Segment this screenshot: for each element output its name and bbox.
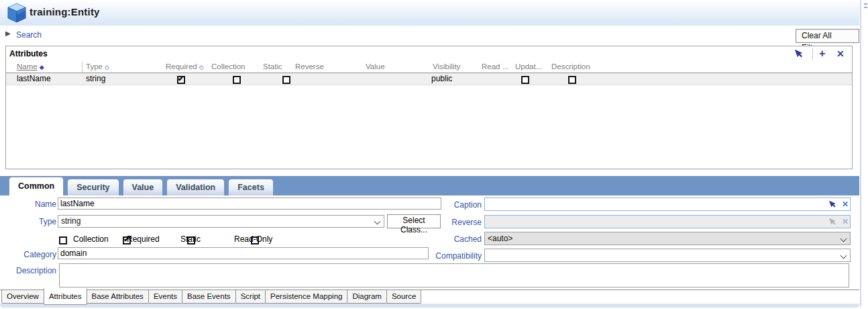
column-header-reverse[interactable]: Reverse <box>295 62 324 73</box>
row-visibility-cell: public <box>431 74 452 83</box>
row-type-cell: string <box>86 74 105 83</box>
category-label: Category <box>3 250 56 259</box>
detail-tab-bar: CommonSecurityValueValidationFacets <box>0 176 859 195</box>
row-required-checkbox[interactable] <box>177 76 185 84</box>
chevron-down-icon <box>840 253 847 259</box>
type-select[interactable]: string <box>58 215 384 228</box>
clear-all-filters-button[interactable]: Clear All Filters <box>796 29 859 43</box>
delete-attribute-icon[interactable]: ✕ <box>836 47 845 60</box>
chevron-down-icon <box>840 236 847 242</box>
tab-script[interactable]: Script <box>235 290 266 304</box>
column-header-read-only[interactable]: Read ... <box>482 62 508 73</box>
column-header-visibility[interactable]: Visibility <box>433 62 460 73</box>
add-attribute-icon[interactable]: + <box>819 47 825 60</box>
cached-label: Cached <box>408 234 482 244</box>
compatibility-label: Compatibility <box>408 251 482 261</box>
column-header-name[interactable]: Name◆ <box>17 62 44 73</box>
entity-editor-window: training:Entity ▶ Search Clear All Filte… <box>0 0 868 309</box>
compatibility-select[interactable] <box>484 249 851 262</box>
column-header-description[interactable]: Description <box>551 62 590 73</box>
tab-facets[interactable]: Facets <box>228 179 274 195</box>
tab-persistence-mapping[interactable]: Persistence Mapping <box>265 290 347 304</box>
select-mode-icon[interactable] <box>795 48 805 59</box>
column-header-static[interactable]: Static <box>263 62 282 73</box>
tab-base-attributes[interactable]: Base Attributes <box>87 290 149 304</box>
row-static-checkbox[interactable] <box>282 76 290 84</box>
collection-checkbox-label: Collection <box>73 234 109 244</box>
page-title: training:Entity <box>30 6 100 17</box>
reverse-picker-field: ✕ <box>484 215 851 228</box>
caption-clear-icon[interactable]: ✕ <box>842 199 849 210</box>
row-name-cell: lastName <box>17 74 51 83</box>
tab-base-events[interactable]: Base Events <box>182 290 236 304</box>
search-toggle[interactable]: Search <box>16 30 42 40</box>
row-read-only-checkbox[interactable] <box>521 76 529 84</box>
tab-attributes[interactable]: Attributes <box>44 288 87 305</box>
required-checkbox-label: Required <box>127 234 160 244</box>
reverse-label: Reverse <box>408 218 482 227</box>
caption-picker-field[interactable]: ✕ <box>484 197 851 211</box>
type-select-value: string <box>61 216 80 226</box>
static-checkbox-label: Static <box>180 234 201 244</box>
tab-diagram[interactable]: Diagram <box>347 290 386 304</box>
column-header-required[interactable]: Required◇ <box>166 62 204 73</box>
tab-common[interactable]: Common <box>9 177 64 195</box>
category-input[interactable] <box>58 247 429 259</box>
tab-security[interactable]: Security <box>67 179 119 195</box>
tab-source[interactable]: Source <box>386 290 421 304</box>
tab-overview[interactable]: Overview <box>1 290 44 304</box>
caption-label: Caption <box>408 200 482 210</box>
window-edge <box>860 0 861 307</box>
bottom-strip <box>0 304 859 308</box>
gutter-glyph <box>864 3 867 10</box>
attributes-panel: Attributes + ✕ Name◆ Type◇ Required◇ Col… <box>5 46 853 169</box>
tab-events[interactable]: Events <box>148 290 182 304</box>
title-bar: training:Entity <box>0 0 859 26</box>
name-label: Name <box>3 200 56 209</box>
sortable-icon: ◇ <box>105 64 109 71</box>
row-collection-checkbox[interactable] <box>233 76 241 84</box>
cached-select-value: <auto> <box>488 234 512 243</box>
column-header-updatable[interactable]: Updat... <box>515 62 542 73</box>
reverse-select-icon <box>829 217 838 226</box>
cached-select[interactable]: <auto> <box>484 232 851 245</box>
sort-asc-icon: ◆ <box>40 64 44 71</box>
description-label: Description <box>3 266 56 275</box>
attribute-row[interactable]: lastName string public <box>6 73 852 85</box>
column-separator <box>82 62 83 73</box>
search-row: ▶ Search Clear All Filters <box>0 26 859 44</box>
chevron-down-icon <box>374 218 381 225</box>
reverse-clear-icon: ✕ <box>842 216 849 227</box>
tab-value[interactable]: Value <box>123 179 164 195</box>
common-tab-panel: Name Type string Select Class... Collect… <box>0 195 859 290</box>
type-label: Type <box>3 217 56 226</box>
toolbar-separator <box>812 48 813 60</box>
column-header-value[interactable]: Value <box>366 62 385 73</box>
column-header-type[interactable]: Type◇ <box>86 62 109 73</box>
read-only-checkbox-label: Read-Only <box>234 234 272 244</box>
description-textarea[interactable] <box>59 263 849 288</box>
column-header-collection[interactable]: Collection <box>211 62 246 73</box>
search-expander-icon[interactable]: ▶ <box>5 30 11 37</box>
bottom-tab-bar: OverviewAttributesBase AttributesEventsB… <box>1 288 421 305</box>
caption-select-icon[interactable] <box>829 200 838 209</box>
row-updatable-checkbox[interactable] <box>568 76 576 84</box>
name-input[interactable] <box>58 197 441 210</box>
entity-cube-icon <box>7 2 27 24</box>
sortable-icon: ◇ <box>199 64 204 71</box>
tab-validation[interactable]: Validation <box>166 179 225 195</box>
attributes-panel-title: Attributes <box>9 49 48 58</box>
collection-checkbox[interactable] <box>59 236 67 245</box>
